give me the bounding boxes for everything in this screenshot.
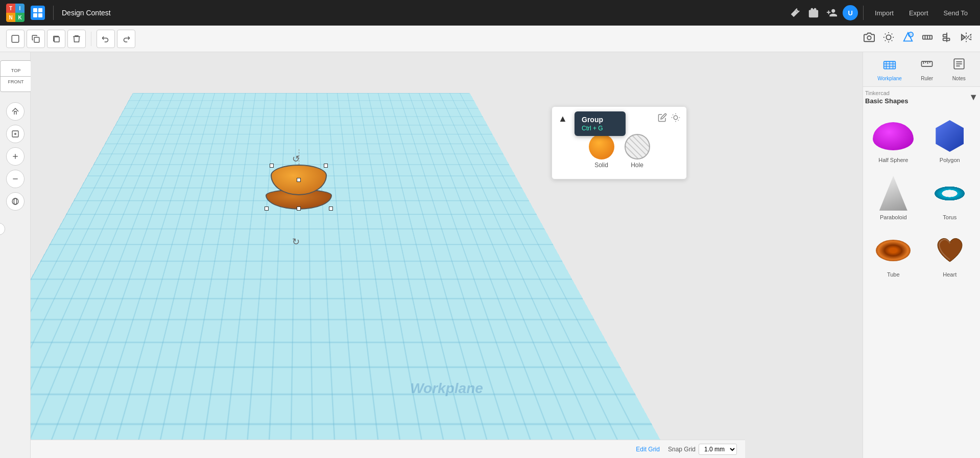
select-btn[interactable]	[6, 125, 25, 143]
library-dropdown-arrow[interactable]: ▼	[969, 92, 978, 103]
svg-point-34	[12, 198, 18, 204]
topbar-right: U Import Export Send To	[787, 5, 974, 20]
zoom-in-btn[interactable]	[6, 147, 25, 166]
shape-panel-arrow-up[interactable]: ▲	[558, 113, 567, 124]
shape-name-heart: Heart	[943, 271, 957, 278]
snap-grid-select[interactable]: 1.0 mm 0.5 mm 2.0 mm 5.0 mm	[699, 444, 737, 455]
toolbar2-divider-1	[91, 32, 91, 46]
height-line	[299, 149, 299, 165]
svg-rect-7	[54, 37, 59, 42]
svg-rect-1	[38, 8, 42, 12]
shape-thumb-torus	[929, 175, 970, 211]
svg-rect-24	[943, 35, 947, 37]
logo-t: T	[6, 4, 15, 13]
send-to-btn[interactable]: Send To	[938, 6, 974, 20]
workplane-tool[interactable]: Workplane	[877, 57, 902, 81]
sel-handle-tl	[270, 164, 274, 168]
svg-rect-49	[922, 61, 933, 66]
main-content: TOP FRONT Workplane ↺	[0, 52, 980, 458]
projects-icon-btn[interactable]	[806, 5, 821, 20]
sel-handle-center	[297, 178, 301, 182]
tools-icon-btn[interactable]	[787, 5, 803, 20]
camera-icon[interactable]	[862, 30, 877, 48]
delete-btn[interactable]	[67, 30, 86, 48]
rotate-bottom-arrow[interactable]: ↻	[292, 236, 300, 247]
group-tooltip-shortcut: Ctrl + G	[582, 125, 618, 132]
new-shape-btn[interactable]	[6, 30, 25, 48]
shape-name-tube: Tube	[887, 271, 900, 278]
shape-panel-light-icon[interactable]	[671, 113, 680, 125]
import-btn[interactable]: Import	[869, 6, 900, 20]
edit-grid-label[interactable]: Edit Grid	[636, 446, 660, 453]
library-name: Basic Shapes	[865, 97, 909, 105]
ruler-tool[interactable]: Ruler	[920, 57, 934, 81]
home-view-btn[interactable]	[6, 102, 25, 121]
solid-circle	[589, 134, 614, 159]
svg-line-39	[673, 114, 673, 115]
align-icon[interactable]	[939, 30, 954, 48]
svg-rect-5	[34, 37, 39, 42]
svg-point-35	[14, 198, 16, 204]
svg-point-30	[14, 133, 16, 135]
dashboard-icon-btn[interactable]	[31, 6, 45, 20]
undo-btn[interactable]	[97, 30, 115, 48]
toolbar2-right	[862, 30, 974, 48]
redo-btn[interactable]	[117, 30, 135, 48]
copy-btn[interactable]	[27, 30, 45, 48]
design-name-label: Design Contest	[62, 9, 111, 17]
logo-k: K	[15, 13, 25, 22]
hole-label: Hole	[631, 162, 643, 169]
duplicate-btn[interactable]	[47, 30, 65, 48]
solid-btn[interactable]: Solid	[589, 134, 614, 169]
orbit-btn[interactable]	[6, 192, 25, 211]
view-cube-top: TOP	[11, 67, 20, 74]
mirror-icon[interactable]	[959, 30, 974, 48]
shape-item-tube[interactable]: Tube	[867, 228, 920, 282]
svg-line-13	[892, 40, 892, 41]
shape-thumb-paraboloid	[873, 175, 914, 211]
svg-line-12	[885, 34, 886, 34]
snap-grid-label: Snap Grid	[668, 446, 696, 453]
shape-thumb-heart	[929, 233, 970, 268]
svg-point-18	[909, 32, 913, 37]
shape-panel-edit-icon[interactable]	[658, 113, 667, 125]
shape-item-polygon[interactable]: Polygon	[924, 114, 976, 167]
hole-circle	[625, 134, 650, 159]
svg-point-36	[674, 116, 678, 120]
svg-rect-4	[12, 35, 19, 42]
shape-name-halfsphere: Half Sphere	[878, 157, 908, 163]
shape-item-torus[interactable]: Torus	[924, 171, 976, 224]
light-icon[interactable]	[881, 30, 896, 48]
shape-name-polygon: Polygon	[940, 157, 960, 163]
notes-tool[interactable]: Notes	[952, 57, 966, 81]
shape-outline-icon[interactable]	[900, 30, 916, 48]
shape-item-paraboloid[interactable]: Paraboloid	[867, 171, 920, 224]
svg-line-16	[885, 40, 886, 41]
shape-name-paraboloid: Paraboloid	[880, 214, 907, 220]
add-user-icon-btn[interactable]	[824, 5, 840, 20]
3d-object[interactable]: ↺ ↻	[266, 165, 337, 236]
zoom-out-btn[interactable]	[6, 170, 25, 188]
svg-point-9	[886, 35, 891, 39]
tinkercad-logo[interactable]: T I N K	[6, 4, 25, 22]
shape-item-halfsphere[interactable]: Half Sphere	[867, 114, 920, 167]
shapes-grid: Half Sphere Polygon Paraboloid	[867, 112, 976, 284]
hole-btn[interactable]: Hole	[625, 134, 650, 169]
snap-icon[interactable]	[920, 30, 935, 48]
topbar: T I N K Design Contest U Import Export S…	[0, 0, 980, 26]
viewport[interactable]: Workplane ↺ ↻ Group	[31, 52, 863, 458]
svg-line-40	[678, 120, 679, 121]
shape-name-torus: Torus	[943, 214, 957, 220]
shape-item-heart[interactable]: Heart	[924, 228, 976, 282]
ruler-icon	[920, 57, 934, 74]
left-panel: TOP FRONT	[0, 52, 31, 458]
solid-label: Solid	[594, 162, 608, 169]
group-tooltip-title: Group	[582, 116, 618, 124]
logo-i: I	[15, 4, 25, 13]
svg-line-17	[892, 34, 892, 34]
right-sidebar: Workplane Ruler Notes Tinkercad Basic Sh…	[863, 52, 980, 458]
notes-icon	[952, 57, 966, 74]
group-tooltip: Group Ctrl + G	[575, 111, 626, 136]
user-avatar[interactable]: U	[843, 5, 858, 20]
export-btn[interactable]: Export	[903, 6, 935, 20]
